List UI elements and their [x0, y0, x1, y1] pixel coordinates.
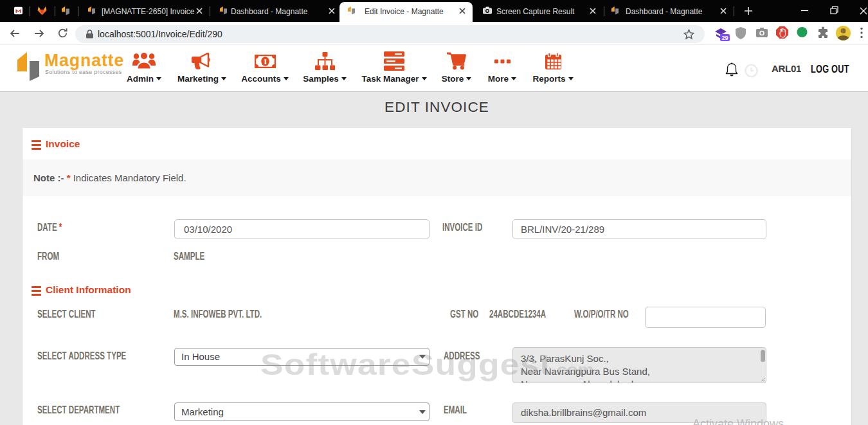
- svg-text:29: 29: [721, 35, 728, 41]
- svg-text:1: 1: [263, 57, 267, 66]
